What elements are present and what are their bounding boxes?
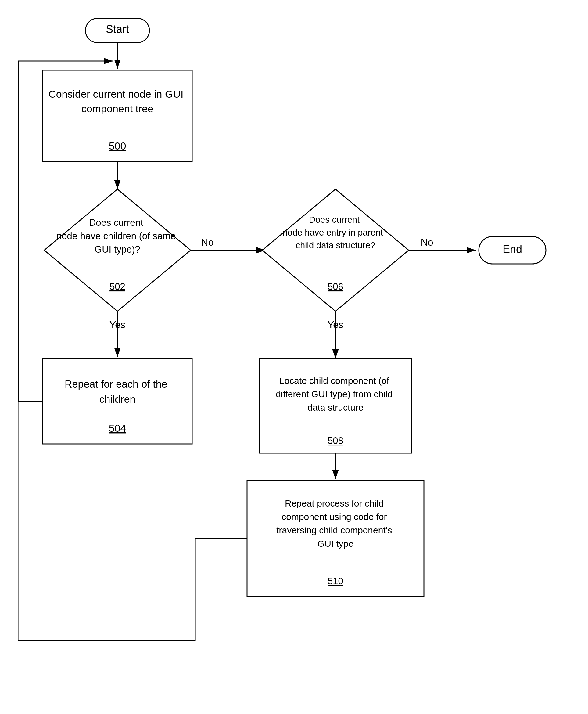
node-510-ref: 510 bbox=[328, 576, 343, 587]
node-502-ref: 502 bbox=[109, 281, 125, 292]
node-506 bbox=[262, 189, 409, 311]
node-506-ref: 506 bbox=[328, 281, 343, 292]
no-label-2: No bbox=[421, 237, 433, 248]
node-500-ref: 500 bbox=[109, 140, 126, 152]
node-504-ref: 504 bbox=[109, 422, 126, 434]
start-label: Start bbox=[106, 23, 129, 35]
flowchart-diagram: Start Consider current node in GUI compo… bbox=[0, 0, 588, 714]
end-label: End bbox=[503, 243, 522, 256]
node-508-ref: 508 bbox=[328, 435, 343, 446]
no-label-1: No bbox=[201, 237, 214, 248]
